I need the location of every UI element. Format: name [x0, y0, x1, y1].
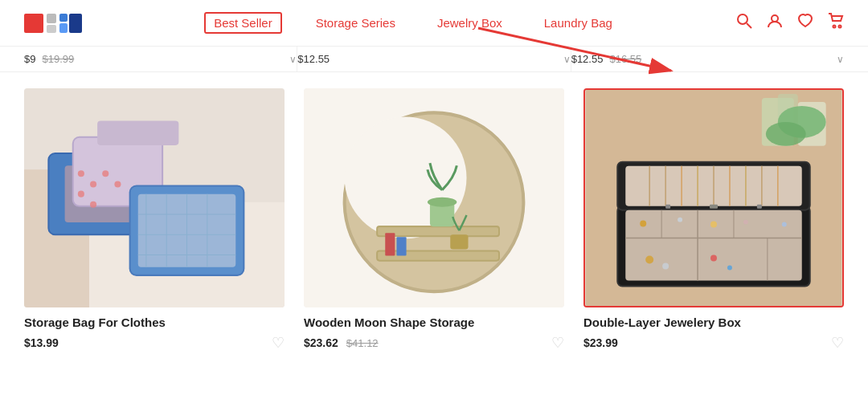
product-prices-row-1: $13.99 ♡: [24, 334, 285, 352]
price-cell-3: $12.55 $16.55 ∨: [571, 47, 844, 71]
svg-point-22: [102, 170, 108, 177]
product-image-3[interactable]: [583, 88, 844, 307]
price-group-3: $12.55 $16.55: [571, 53, 642, 65]
svg-point-8: [772, 15, 778, 22]
svg-point-23: [114, 181, 121, 187]
price-strip: $9 $19.99 ∨ $12.55 ∨ $12.55 $16.55 ∨: [0, 47, 868, 72]
product-info-1: Storage Bag For Clothes $13.99 ♡: [24, 315, 285, 352]
wishlist-button-3[interactable]: ♡: [831, 334, 844, 352]
product-prices-row-2: $23.62 $41.12 ♡: [304, 334, 564, 352]
tab-jewelry-box[interactable]: Jewelry Box: [429, 13, 510, 33]
price-old-3: $16.55: [609, 53, 641, 65]
svg-point-21: [90, 181, 96, 187]
svg-rect-76: [710, 205, 718, 209]
svg-line-7: [747, 23, 751, 28]
account-icon[interactable]: [767, 13, 783, 33]
product-name-3: Double-Layer Jewelery Box: [583, 315, 844, 329]
svg-rect-4: [69, 14, 82, 33]
svg-point-75: [727, 265, 732, 270]
nav-tabs: Best Seller Storage Series Jewelry Box L…: [204, 12, 620, 34]
svg-rect-5: [59, 23, 68, 33]
product-image-1[interactable]: [24, 88, 285, 307]
svg-rect-3: [59, 14, 68, 22]
product-info-3: Double-Layer Jewelery Box $23.99 ♡: [583, 315, 844, 352]
product-name-2: Wooden Moon Shape Storage: [304, 315, 564, 329]
product-info-2: Wooden Moon Shape Storage $23.62 $41.12 …: [304, 315, 564, 352]
wishlist-button-2[interactable]: ♡: [551, 334, 564, 352]
tab-laundry-bag[interactable]: Laundry Bag: [536, 13, 620, 33]
price-current-3: $12.55: [571, 53, 604, 65]
svg-rect-0: [24, 14, 43, 33]
svg-rect-19: [97, 121, 178, 145]
chevron-1[interactable]: ∨: [289, 54, 297, 65]
svg-rect-61: [625, 210, 801, 281]
products-grid: Storage Bag For Clothes $13.99 ♡: [24, 88, 844, 352]
price-current-2: $12.55: [297, 53, 330, 65]
svg-point-69: [710, 222, 717, 228]
tab-storage-series[interactable]: Storage Series: [308, 13, 403, 33]
svg-point-24: [78, 191, 84, 197]
price-cell-1: $9 $19.99 ∨: [24, 47, 297, 71]
product-card-3[interactable]: Double-Layer Jewelery Box $23.99 ♡: [583, 88, 844, 352]
svg-rect-2: [47, 25, 56, 33]
tab-best-seller[interactable]: Best Seller: [204, 12, 282, 34]
chevron-3[interactable]: ∨: [837, 54, 844, 65]
products-section: Storage Bag For Clothes $13.99 ♡: [0, 72, 868, 371]
svg-rect-78: [757, 205, 762, 209]
price-cell-2: $12.55 ∨: [297, 47, 571, 71]
cart-icon[interactable]: [828, 13, 844, 33]
price-group-2: $12.55: [297, 53, 330, 65]
svg-rect-40: [450, 234, 468, 249]
svg-point-9: [833, 26, 836, 28]
price-old-1: $19.99: [42, 53, 74, 65]
search-icon[interactable]: [736, 13, 752, 33]
svg-rect-77: [665, 205, 670, 209]
svg-point-67: [640, 221, 646, 227]
svg-point-70: [743, 220, 748, 225]
svg-point-10: [839, 26, 841, 28]
product-card-1[interactable]: Storage Bag For Clothes $13.99 ♡: [24, 88, 285, 352]
svg-point-73: [662, 263, 669, 270]
product-price-group-1: $13.99: [24, 336, 59, 349]
product-price-main-3: $23.99: [583, 336, 618, 349]
product-card-2[interactable]: Wooden Moon Shape Storage $23.62 $41.12 …: [304, 88, 564, 352]
svg-point-6: [738, 14, 747, 24]
logo-area: [24, 10, 88, 36]
product-name-1: Storage Bag For Clothes: [24, 315, 285, 329]
svg-point-68: [678, 218, 682, 222]
chevron-2[interactable]: ∨: [563, 54, 571, 65]
product-price-group-2: $23.62 $41.12: [304, 336, 379, 349]
product-prices-row-3: $23.99 ♡: [583, 334, 844, 352]
product-image-2[interactable]: [304, 88, 564, 307]
header-icons: [736, 13, 844, 33]
product-price-struck-2: $41.12: [346, 337, 379, 349]
svg-point-71: [782, 222, 787, 227]
svg-point-72: [645, 256, 653, 264]
heart-icon[interactable]: [797, 13, 813, 33]
svg-rect-42: [396, 237, 406, 255]
svg-rect-41: [385, 233, 395, 255]
svg-point-39: [428, 197, 457, 207]
svg-rect-36: [377, 226, 499, 236]
svg-point-48: [766, 122, 806, 146]
header: Best Seller Storage Series Jewelry Box L…: [0, 0, 868, 47]
product-price-main-1: $13.99: [24, 336, 59, 349]
product-price-group-3: $23.99: [583, 336, 618, 349]
svg-point-20: [78, 170, 84, 177]
price-current-1: $9: [24, 53, 35, 65]
svg-point-74: [710, 255, 717, 262]
svg-point-25: [90, 202, 96, 208]
wishlist-button-1[interactable]: ♡: [272, 334, 285, 352]
product-price-main-2: $23.62: [304, 336, 338, 349]
svg-rect-37: [377, 251, 499, 261]
price-group-1: $9 $19.99: [24, 53, 74, 65]
svg-rect-1: [47, 14, 56, 23]
